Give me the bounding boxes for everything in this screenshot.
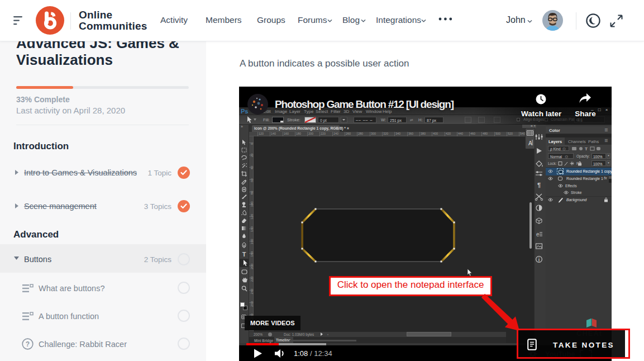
- svg-text:220: 220: [250, 276, 254, 282]
- svg-text:e: e: [536, 231, 540, 238]
- svg-text:T: T: [242, 251, 246, 258]
- svg-text:160: 160: [250, 239, 254, 245]
- svg-text:0: 0: [250, 142, 254, 145]
- svg-text:80: 80: [250, 191, 254, 194]
- svg-text:60: 60: [250, 178, 254, 182]
- svg-text:260: 260: [250, 301, 254, 307]
- svg-text:20: 20: [250, 153, 254, 157]
- svg-text:240: 240: [250, 288, 254, 294]
- svg-text:40: 40: [250, 165, 254, 169]
- svg-text:T: T: [585, 146, 588, 151]
- svg-text:100: 100: [250, 201, 254, 207]
- svg-text:200: 200: [250, 263, 254, 269]
- svg-text:A: A: [528, 140, 532, 146]
- svg-text:¶: ¶: [537, 182, 541, 188]
- svg-text:i: i: [538, 257, 540, 263]
- svg-text:180: 180: [250, 251, 254, 257]
- svg-text:?: ?: [26, 340, 30, 348]
- svg-text:120: 120: [250, 213, 254, 220]
- svg-text:140: 140: [250, 226, 254, 232]
